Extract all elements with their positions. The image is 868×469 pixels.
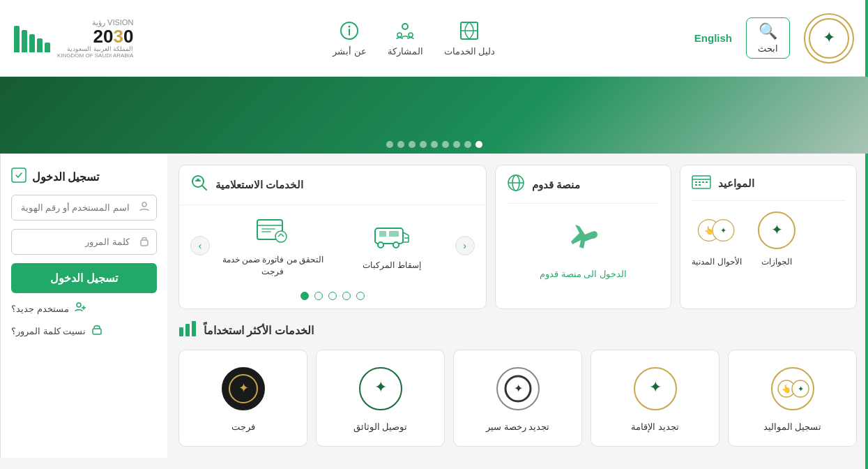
svg-text:✦: ✦: [797, 385, 803, 393]
maqam-link-label[interactable]: الدخول الى منصة قدوم: [540, 269, 627, 279]
forgot-password-link[interactable]: نسيت كلمة المرور؟: [11, 324, 157, 338]
new-user-icon: [75, 302, 86, 315]
svg-text:✦: ✦: [720, 226, 726, 234]
passports-label: الجوازات: [761, 257, 792, 267]
nav-item-services-guide[interactable]: دليل الخدمات: [444, 20, 496, 57]
appointment-item-passports[interactable]: ✦ الجوازات: [756, 209, 798, 267]
nav-label-participation: المشاركة: [388, 46, 423, 57]
svg-rect-66: [141, 240, 148, 246]
login-button[interactable]: تسجيل الدخول: [11, 263, 157, 293]
svg-point-4: [402, 24, 408, 29]
most-used-header: الخدمات الأكثر استخداماً: [178, 320, 857, 341]
inquiry-card: الخدمات الاستعلامية ‹: [178, 165, 487, 309]
new-user-link[interactable]: مستخدم جديد؟: [11, 302, 157, 315]
svg-point-6: [409, 33, 413, 37]
inquiry-dot-2[interactable]: [342, 292, 351, 300]
inquiry-dot-1[interactable]: [356, 292, 365, 300]
user-icon: [139, 201, 150, 215]
farjat-service-label: فرجت: [231, 422, 255, 432]
vision-2030-logo: VISION رؤية 2030 المملكة العربية السعودي…: [14, 18, 133, 59]
civil-label: الأحوال المدنية: [692, 257, 741, 267]
svg-point-5: [397, 33, 402, 37]
svg-text:✦: ✦: [649, 378, 662, 396]
svg-point-43: [275, 231, 287, 242]
svg-rect-41: [261, 228, 275, 230]
appointment-item-civil[interactable]: 👆 ✦ الأحوال المدنية: [692, 209, 741, 267]
most-used-icon: [178, 320, 197, 341]
svg-rect-29: [197, 179, 199, 180]
inquiry-title: الخدمات الاستعلامية: [215, 179, 303, 191]
svg-point-8: [349, 26, 351, 28]
inquiry-dot-4[interactable]: [314, 292, 323, 300]
svg-text:✦: ✦: [823, 29, 835, 46]
inquiry-prev-btn[interactable]: ‹: [455, 236, 475, 255]
svg-text:👆: 👆: [782, 384, 791, 394]
language-button[interactable]: English: [694, 32, 732, 44]
hero-dot-2[interactable]: [464, 141, 471, 148]
svg-rect-42: [261, 231, 271, 232]
service-item-license[interactable]: ✦ تجديد رخصة سير: [453, 350, 582, 447]
nav-label-services-guide: دليل الخدمات: [444, 46, 496, 57]
hero-dot-9[interactable]: [386, 141, 393, 148]
search-button[interactable]: 🔍 ابحث: [746, 17, 790, 59]
content-area: المواعيد: [167, 154, 868, 458]
login-title-text: تسجيل الدخول: [32, 170, 99, 184]
svg-rect-32: [389, 231, 399, 237]
iqama-label: تجديد الإقامة: [631, 422, 679, 432]
maqam-card: منصة قدوم الدخول: [495, 165, 672, 309]
service-item-farjat[interactable]: ✦ فرجت: [178, 350, 307, 447]
svg-point-33: [378, 242, 383, 248]
hero-dot-6[interactable]: [420, 141, 427, 148]
svg-rect-48: [192, 321, 196, 336]
service-item-iqama[interactable]: ✦ تجديد الإقامة: [591, 350, 719, 447]
username-input[interactable]: [11, 195, 157, 221]
inquiry-item-farjat[interactable]: التحقق من فاتورة ضمن خدمة فرجت: [217, 214, 329, 278]
appointments-items: ✦ الجوازات 👆 ✦: [692, 209, 845, 267]
hero-dot-1[interactable]: [475, 141, 482, 148]
maqam-header: منصة قدوم: [507, 174, 660, 204]
births-logo: 👆 ✦: [768, 364, 817, 413]
farjat-service-logo: ✦: [219, 364, 268, 413]
main-container: المواعيد: [0, 154, 868, 458]
maqam-content: الدخول الى منصة قدوم: [507, 212, 660, 279]
inquiry-next-btn[interactable]: ›: [190, 236, 210, 255]
appointments-card: المواعيد: [680, 165, 857, 309]
hero-dot-7[interactable]: [409, 141, 416, 148]
vehicles-label: إسقاط المركبات: [363, 260, 420, 271]
new-user-label: مستخدم جديد؟: [11, 304, 69, 314]
inquiry-item-vehicles[interactable]: إسقاط المركبات: [336, 219, 448, 271]
documents-logo: ✦: [356, 364, 405, 413]
svg-text:✦: ✦: [374, 378, 387, 396]
farjat-icon: [252, 214, 294, 248]
svg-text:✦: ✦: [238, 381, 248, 395]
forgot-password-label: نسيت كلمة المرور؟: [11, 326, 86, 336]
nav-item-participation[interactable]: المشاركة: [388, 20, 423, 57]
inquiry-dot-5[interactable]: [300, 292, 309, 300]
svg-rect-11: [695, 181, 697, 183]
service-item-births[interactable]: 👆 ✦ تسجيل المواليد: [728, 350, 857, 447]
login-sidebar: تسجيل الدخول: [0, 154, 167, 458]
svg-rect-70: [93, 329, 101, 334]
service-item-documents[interactable]: ✦ توصيل الوثائق: [316, 350, 445, 447]
inquiry-dot-3[interactable]: [328, 292, 337, 300]
appointments-icon: [692, 174, 711, 193]
svg-rect-14: [706, 181, 708, 183]
svg-line-27: [202, 186, 206, 190]
svg-point-67: [77, 303, 81, 307]
svg-text:✦: ✦: [770, 222, 782, 237]
svg-line-35: [403, 232, 409, 235]
hero-dot-3[interactable]: [453, 141, 460, 148]
header-left: ✦ 🔍 ابحث English: [694, 13, 854, 64]
password-input[interactable]: [11, 229, 157, 255]
hero-dot-4[interactable]: [442, 141, 449, 148]
inquiry-items: ‹: [179, 205, 486, 286]
lock-icon: [139, 235, 150, 249]
nav-item-about[interactable]: عن أبشر: [333, 20, 367, 57]
hero-dot-8[interactable]: [397, 141, 404, 148]
hero-dot-5[interactable]: [431, 141, 438, 148]
hero-banner: [0, 77, 868, 154]
svg-rect-15: [695, 184, 697, 186]
username-field-group: [11, 195, 157, 221]
services-grid: 👆 ✦ تسجيل المواليد ✦ تجديد الإ: [178, 350, 857, 447]
most-used-section: الخدمات الأكثر استخداماً 👆: [178, 320, 857, 447]
